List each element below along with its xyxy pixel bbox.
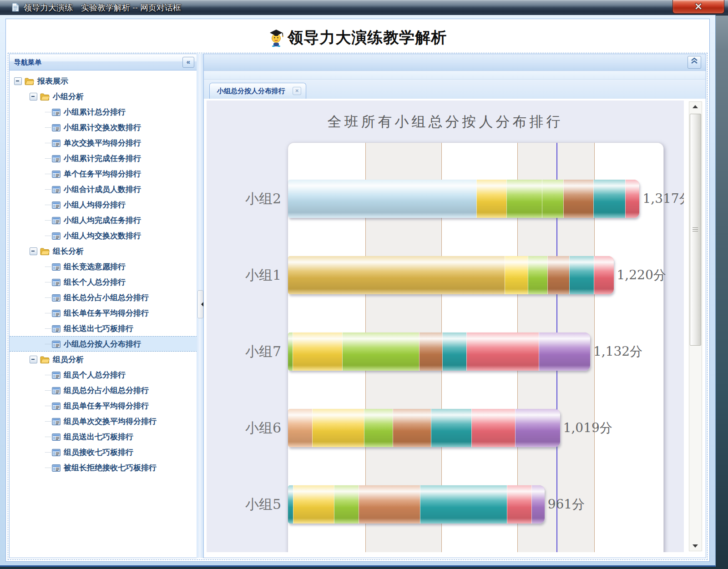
bar-segment[interactable] bbox=[547, 256, 569, 294]
stacked-bar[interactable] bbox=[288, 485, 545, 524]
bar-segment[interactable] bbox=[593, 180, 625, 218]
splitter-collapse-handle[interactable] bbox=[197, 290, 203, 318]
tree-item[interactable]: 小组人均完成任务排行 bbox=[10, 212, 197, 228]
bar-segment[interactable] bbox=[466, 332, 539, 371]
close-button[interactable] bbox=[672, 0, 724, 14]
panel-splitter[interactable] bbox=[197, 54, 203, 558]
tree-folder[interactable]: 组员分析 bbox=[10, 352, 197, 367]
tree-item[interactable]: 组长单任务平均得分排行 bbox=[10, 305, 197, 321]
bar-segment[interactable] bbox=[563, 180, 593, 218]
dialog-frame: 领导力大演练教学解析 导航菜单 « 报表展示小组分析小组累计总分排行小组累计交换… bbox=[0, 15, 716, 567]
bar-segment[interactable] bbox=[288, 485, 293, 524]
report-icon bbox=[52, 232, 61, 240]
tree-item[interactable]: 组员单次交换平均得分排行 bbox=[10, 413, 197, 429]
bar-segment[interactable] bbox=[334, 485, 359, 524]
bar-segment[interactable] bbox=[625, 180, 640, 218]
tab-close-icon[interactable]: ✕ bbox=[293, 87, 301, 95]
scrollbar-grip-icon bbox=[693, 227, 698, 232]
tree-item[interactable]: 单次交换平均得分排行 bbox=[10, 135, 197, 151]
sidebar-collapse-button[interactable]: « bbox=[182, 57, 194, 68]
bar-segment[interactable] bbox=[293, 332, 343, 371]
bar-segment[interactable] bbox=[476, 180, 506, 218]
tree-item[interactable]: 组员个人总分排行 bbox=[10, 367, 197, 383]
tree-item[interactable]: 小组累计总分排行 bbox=[10, 104, 197, 120]
tree-item[interactable]: 组员接收七巧板排行 bbox=[10, 444, 197, 460]
bar-segment[interactable] bbox=[528, 256, 548, 294]
tree-item[interactable]: 组员总分占小组总分排行 bbox=[10, 383, 197, 398]
panel-collapse-button[interactable] bbox=[688, 56, 701, 69]
tree-folder[interactable]: 组长分析 bbox=[10, 243, 197, 259]
bar-segment[interactable] bbox=[288, 409, 312, 447]
tree-folder[interactable]: 报表展示 bbox=[10, 73, 197, 89]
tree-item-label: 小组累计总分排行 bbox=[64, 108, 126, 116]
main-panel: 小组总分按人分布排行 ✕ 全班所有小组总分按人分布排行 小组21,317分小组1… bbox=[203, 54, 706, 558]
stacked-bar[interactable] bbox=[288, 256, 614, 294]
tree-item[interactable]: 小组人均得分排行 bbox=[10, 197, 197, 212]
tree-item-label: 被组长拒绝接收七巧板排行 bbox=[64, 463, 157, 472]
close-icon bbox=[695, 3, 703, 10]
bar-segment[interactable] bbox=[420, 485, 507, 524]
chart-row: 小组21,317分 bbox=[288, 161, 664, 237]
tree-expander-icon[interactable] bbox=[14, 77, 22, 85]
tree-connector bbox=[45, 174, 51, 175]
vertical-scrollbar[interactable] bbox=[689, 101, 702, 551]
bar-segment[interactable] bbox=[288, 332, 293, 371]
scrollbar-thumb[interactable] bbox=[690, 114, 701, 346]
tab-active[interactable]: 小组总分按人分布排行 ✕ bbox=[209, 83, 306, 99]
bar-segment[interactable] bbox=[359, 485, 420, 524]
main-content: 全班所有小组总分按人分布排行 小组21,317分小组11,220分小组71,13… bbox=[204, 99, 706, 558]
tree-item-label: 组长总分占小组总分排行 bbox=[64, 293, 149, 302]
tree-item[interactable]: 组长送出七巧板排行 bbox=[10, 321, 197, 336]
bar-segment[interactable] bbox=[569, 256, 594, 294]
tree-item[interactable]: 单个任务平均得分排行 bbox=[10, 166, 197, 181]
tree-item[interactable]: 小组累计完成任务排行 bbox=[10, 151, 197, 166]
tree-item[interactable]: 组长竞选意愿排行 bbox=[10, 259, 197, 274]
stacked-bar[interactable] bbox=[288, 409, 560, 447]
tree-connector bbox=[45, 344, 51, 345]
tree-item[interactable]: 被组长拒绝接收七巧板排行 bbox=[10, 460, 197, 475]
window-titlebar[interactable]: 领导力大演练 实验教学解析 -- 网页对话框 bbox=[0, 0, 728, 15]
bar-segment[interactable] bbox=[288, 256, 505, 294]
bar-segment[interactable] bbox=[515, 409, 560, 447]
report-icon bbox=[52, 403, 61, 410]
tree-connector bbox=[45, 390, 51, 391]
bar-segment[interactable] bbox=[342, 332, 419, 371]
bar-segment[interactable] bbox=[288, 180, 476, 218]
tree-expander-icon[interactable] bbox=[30, 356, 37, 363]
bar-segment[interactable] bbox=[442, 332, 467, 371]
bar-segment[interactable] bbox=[507, 485, 531, 524]
bar-segment[interactable] bbox=[539, 332, 590, 371]
tree-item[interactable]: 小组人均交换次数排行 bbox=[10, 228, 197, 243]
bar-segment[interactable] bbox=[594, 256, 614, 294]
tree-connector bbox=[45, 297, 51, 298]
tree-item-selected[interactable]: 小组总分按人分布排行 bbox=[10, 336, 197, 352]
stacked-bar[interactable] bbox=[288, 332, 590, 371]
bar-segment[interactable] bbox=[471, 409, 515, 447]
tree-connector bbox=[45, 220, 51, 221]
tree-item[interactable]: 小组累计交换次数排行 bbox=[10, 120, 197, 135]
bar-segment[interactable] bbox=[312, 409, 364, 447]
tree-expander-icon[interactable] bbox=[30, 93, 37, 101]
tree-item[interactable]: 组员单任务平均得分排行 bbox=[10, 398, 197, 413]
stacked-bar[interactable] bbox=[288, 180, 639, 218]
bar-segment[interactable] bbox=[293, 485, 334, 524]
bar-segment[interactable] bbox=[419, 332, 442, 371]
tree-folder[interactable]: 小组分析 bbox=[10, 89, 197, 104]
bar-segment[interactable] bbox=[505, 256, 528, 294]
mascot-icon bbox=[268, 29, 284, 47]
bar-segment[interactable] bbox=[364, 409, 393, 447]
tree-item-label: 小组累计交换次数排行 bbox=[64, 123, 141, 132]
tree-item[interactable]: 组员送出七巧板排行 bbox=[10, 429, 197, 444]
tree-item[interactable]: 小组合计成员人数排行 bbox=[10, 181, 197, 197]
bar-segment[interactable] bbox=[431, 409, 472, 447]
tree-item[interactable]: 组长个人总分排行 bbox=[10, 274, 197, 290]
tree-item[interactable]: 组长总分占小组总分排行 bbox=[10, 290, 197, 305]
bar-segment[interactable] bbox=[531, 485, 545, 524]
bar-segment[interactable] bbox=[393, 409, 431, 447]
bar-segment[interactable] bbox=[506, 180, 542, 218]
tree-expander-icon[interactable] bbox=[30, 247, 37, 255]
tree-connector bbox=[45, 282, 51, 283]
scroll-up-button[interactable] bbox=[689, 102, 702, 112]
scroll-down-button[interactable] bbox=[689, 541, 702, 551]
bar-segment[interactable] bbox=[542, 180, 563, 218]
